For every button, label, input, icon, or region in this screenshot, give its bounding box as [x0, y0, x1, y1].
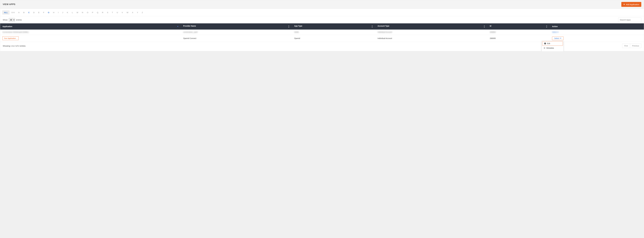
panel-body: ALLO-9ABCDEFGHIJKLMNOPQRSTUVWXYZ Show Al… [0, 9, 644, 51]
alpha-item-w[interactable]: W [125, 10, 130, 15]
select-dropdown-wrap: SelectEdit☰Metadata🔗Show SSO Link🗑Delete [552, 37, 564, 40]
select-dropdown-button[interactable]: Select ▾ [552, 31, 558, 33]
account-type-cell: Individual Account [375, 30, 488, 35]
application-link[interactable]: Your Application [2, 36, 18, 40]
table-row: Cornerstone OnDemand (SAML)cornerstone_s… [0, 30, 644, 35]
alpha-item-j[interactable]: J [60, 10, 65, 15]
sort-icon: ▲▼ [371, 25, 373, 28]
alpha-item-e[interactable]: E [36, 10, 41, 15]
dropdown-item-metadata[interactable]: ☰Metadata [542, 46, 563, 50]
alpha-item-y[interactable]: Y [135, 10, 140, 15]
caret-down-icon [560, 38, 561, 39]
alpha-item-r[interactable]: R [100, 10, 105, 15]
alpha-item-v[interactable]: V [120, 10, 125, 15]
controls-row: Show All entries [0, 16, 644, 23]
show-label-suffix: entries [16, 19, 22, 21]
alpha-item-o[interactable]: O [85, 10, 90, 15]
alpha-item-s[interactable]: S [105, 10, 110, 15]
app-type-cell: SAML [292, 30, 375, 35]
application-cell[interactable]: Cornerstone OnDemand (SAML) [0, 30, 181, 35]
search-input[interactable] [618, 18, 641, 22]
provider-cell: cornerstone_saml [181, 30, 292, 35]
alpha-item-g[interactable]: G [46, 10, 51, 15]
alpha-item-b[interactable]: B [22, 10, 26, 15]
apps-table: Application▲Provider Name▲▼App Type▲▼Acc… [0, 23, 644, 42]
sort-icon: ▲▼ [484, 25, 485, 28]
panel-title: VIEW APPS [3, 3, 15, 6]
view-apps-panel: VIEW APPS + Add Application ALLO-9ABCDEF… [0, 0, 644, 51]
alpha-filter: ALLO-9ABCDEFGHIJKLMNOPQRSTUVWXYZ [0, 9, 644, 16]
alpha-item-n[interactable]: N [80, 10, 85, 15]
alpha-item-f[interactable]: F [41, 10, 46, 15]
col-id[interactable]: Id▲▼ [488, 23, 550, 30]
id-cell: 283893 [488, 30, 550, 35]
alpha-item-x[interactable]: X [130, 10, 135, 15]
col-action[interactable]: Action [550, 23, 644, 30]
dropdown-item-label: Edit [547, 42, 550, 45]
provider-cell: OpenId Connect [181, 35, 292, 42]
col-application[interactable]: Application▲ [0, 23, 181, 30]
col-app-type[interactable]: App Type▲▼ [292, 23, 375, 30]
add-application-label: Add Application [626, 3, 639, 6]
sort-asc-icon: ▲ [177, 25, 178, 27]
alpha-item-l[interactable]: L [70, 10, 75, 15]
dropdown-item-show-sso-link[interactable]: 🔗Show SSO Link [542, 50, 563, 51]
entries-select[interactable]: All [9, 18, 15, 22]
pencil-icon [544, 43, 546, 44]
col-account-type[interactable]: Account Type▲▼ [375, 23, 488, 30]
pager-previous-button[interactable]: Previous [630, 44, 641, 48]
action-dropdown-menu: Edit☰Metadata🔗Show SSO Link🗑Delete [542, 41, 564, 51]
alpha-item-o-9[interactable]: O-9 [10, 10, 16, 15]
alpha-item-a[interactable]: A [16, 10, 22, 15]
alpha-item-p[interactable]: P [90, 10, 95, 15]
search-box [618, 18, 641, 22]
account-type-cell: Individual Account [375, 35, 488, 42]
list-icon: ☰ [544, 47, 545, 49]
dropdown-item-edit[interactable]: Edit [542, 41, 563, 46]
pager: FirstPrevious [622, 44, 641, 48]
alpha-item-t[interactable]: T [110, 10, 115, 15]
id-cell: 288995 [488, 35, 550, 42]
table-head: Application▲Provider Name▲▼App Type▲▼Acc… [0, 23, 644, 30]
plus-icon: + [624, 3, 625, 6]
alpha-item-i[interactable]: I [56, 10, 60, 15]
action-cell: SelectEdit☰Metadata🔗Show SSO Link🗑Delete [550, 35, 644, 42]
alpha-item-z[interactable]: Z [140, 10, 145, 15]
dropdown-item-label: Metadata [546, 47, 554, 49]
alpha-item-k[interactable]: K [65, 10, 70, 15]
show-label-prefix: Show [3, 19, 8, 21]
sort-icon: ▲▼ [288, 25, 290, 28]
select-dropdown-button[interactable]: Select [552, 37, 564, 40]
alpha-item-m[interactable]: M [75, 10, 80, 15]
show-entries-control: Show All entries [3, 18, 22, 22]
alpha-item-q[interactable]: Q [95, 10, 100, 15]
panel-header: VIEW APPS + Add Application [0, 0, 644, 9]
sort-icon: ▲▼ [546, 25, 548, 28]
table-body: Cornerstone OnDemand (SAML)cornerstone_s… [0, 30, 644, 42]
alpha-item-h[interactable]: H [51, 10, 56, 15]
app-type-cell: OpenId [292, 35, 375, 42]
pager-first-button[interactable]: First [622, 44, 630, 48]
entries-info: Showing 1 to 2 of 2 entries [3, 45, 26, 47]
add-application-button[interactable]: + Add Application [621, 2, 641, 7]
action-cell: Select ▾ [550, 30, 644, 35]
select-label: Select [554, 37, 559, 39]
col-provider-name[interactable]: Provider Name▲▼ [181, 23, 292, 30]
alpha-item-u[interactable]: U [115, 10, 120, 15]
dropdown-item-label: Show SSO Link [546, 51, 559, 51]
alpha-item-c[interactable]: C [26, 10, 32, 15]
alpha-item-d[interactable]: D [32, 10, 36, 15]
alpha-item-all[interactable]: ALL [2, 10, 10, 15]
table-row: Your ApplicationOpenId ConnectOpenIdIndi… [0, 35, 644, 42]
